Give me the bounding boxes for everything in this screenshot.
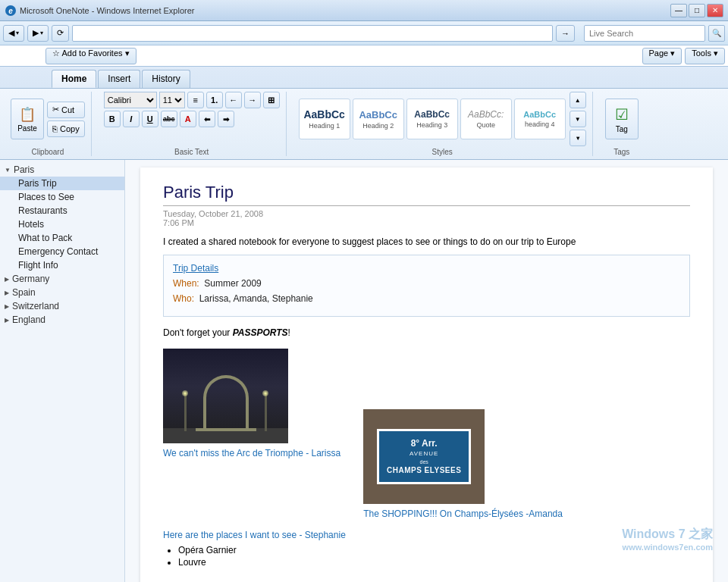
bold-button[interactable]: B [104,111,121,127]
basictext-content: Calibri 11 ≡ 1. ← → ⊞ B I U abc A [104,92,280,146]
sidebar: ▼ Paris Paris Trip Places to See Restaur… [0,160,125,582]
styles-down-button[interactable]: ▼ [570,111,586,127]
sidebar-item-germany[interactable]: ▶ Germany [0,272,124,286]
numbered-list-button[interactable]: 1. [206,92,223,108]
tag-button[interactable]: ☑ Tag [605,99,639,139]
font-selector[interactable]: Calibri [104,92,157,108]
passport-word: PASSPORTS [233,327,288,338]
italic-button[interactable]: I [123,111,140,127]
refresh-button[interactable]: ⟳ [52,25,69,42]
close-button[interactable]: ✕ [707,4,723,17]
note-title: Paris Trip [163,183,690,206]
window-controls: — □ ✕ [670,4,723,17]
sidebar-item-emergency-contact[interactable]: Emergency Contact [0,245,124,258]
sign-image: 8° Arr. AVENUE des CHAMPS ELYSEES [363,409,485,504]
sidebar-germany-label: Germany [12,274,49,284]
font-size-selector[interactable]: 11 [159,92,185,108]
paste-icon: 📋 [19,106,36,123]
align-right-button[interactable]: ➡ [218,111,234,127]
tools-button[interactable]: Tools ▾ [685,48,725,64]
ribbon: Home Insert History 📋 Paste ✂ Cut ⎘ Cop [0,67,728,160]
sidebar-restaurants-label: Restaurants [18,205,67,216]
align-left-button[interactable]: ⬅ [199,111,215,127]
cut-button[interactable]: ✂ Cut [47,102,85,118]
minimize-button[interactable]: — [670,4,687,17]
sidebar-paris-label: Paris [14,164,34,175]
refresh-icon: ⟳ [57,28,64,38]
strikethrough-button[interactable]: abc [161,111,177,127]
paste-button[interactable]: 📋 Paste [11,99,44,139]
toolbar: N ☆ Add to Favorites ▾ Page ▾ Tools ▾ [0,45,728,67]
main-layout: ▼ Paris Paris Trip Places to See Restaur… [0,160,728,582]
maximize-button[interactable]: □ [689,4,705,17]
sidebar-item-switzerland[interactable]: ▶ Switzerland [0,299,124,313]
sidebar-paris-trip-label: Paris Trip [18,178,57,189]
ribbon-group-tags: ☑ Tag Tags [599,92,645,156]
ribbon-group-basictext: Calibri 11 ≡ 1. ← → ⊞ B I U abc A [98,92,287,156]
sidebar-emergency-label: Emergency Contact [18,246,98,257]
underline-button[interactable]: U [142,111,158,127]
sidebar-item-hotels[interactable]: Hotels [0,217,124,231]
sidebar-item-paris[interactable]: ▼ Paris [0,163,124,177]
back-dropdown-icon: ▾ [16,30,19,36]
sidebar-item-england[interactable]: ▶ England [0,313,124,327]
copy-button[interactable]: ⎘ Copy [47,120,85,137]
tab-history[interactable]: History [142,70,190,88]
style-heading1[interactable]: AaBbCc Heading 1 [299,99,350,139]
sidebar-item-spain[interactable]: ▶ Spain [0,286,124,299]
go-button[interactable]: → [556,25,575,42]
sidebar-places-label: Places to See [18,192,74,202]
title-text: Microsoft OneNote - Windows Internet Exp… [20,6,194,15]
sidebar-spain-label: Spain [12,287,36,298]
tag-checkmark-icon: ☑ [615,105,629,124]
basictext-label: Basic Text [174,146,209,156]
favorites-button[interactable]: ☆ Add to Favorites ▾ [46,48,136,64]
trip-details-link[interactable]: Trip Details [173,263,218,274]
tab-insert[interactable]: Insert [98,70,140,88]
sidebar-item-restaurants[interactable]: Restaurants [0,204,124,217]
sidebar-item-what-to-pack[interactable]: What to Pack [0,231,124,245]
tab-home[interactable]: Home [52,70,96,88]
search-go-button[interactable]: 🔍 [708,25,725,42]
passport-suffix: ! [288,327,290,338]
arc-image [163,349,288,443]
note-intro: I created a shared notebook for everyone… [163,236,690,247]
indent-decrease-button[interactable]: ← [225,92,242,108]
list-item: Opéra Garnier [178,545,690,555]
styles-up-button[interactable]: ▲ [570,92,586,108]
lamp-glow-left [182,390,188,396]
style-quote[interactable]: AaBbCc: Quote [460,99,512,139]
clipboard-buttons: 📋 Paste ✂ Cut ⎘ Copy [11,92,85,146]
content-area: Paris Trip Tuesday, October 21, 2008 7:0… [125,160,728,582]
when-label: When: [173,278,199,289]
collapse-triangle-icon: ▶ [5,276,9,283]
bullet-list-button[interactable]: ≡ [187,92,204,108]
title-bar: e Microsoft OneNote - Windows Internet E… [0,0,728,21]
search-input[interactable] [584,25,705,42]
sign-champs-text: CHAMPS ELYSEES [387,465,461,476]
more-button[interactable]: ⊞ [263,92,280,108]
page-button[interactable]: Page ▾ [642,48,682,64]
places-title: Here are the places I want to see - Step… [163,530,690,540]
font-color-button[interactable]: A [180,111,196,127]
search-icon: 🔍 [712,29,721,37]
sidebar-england-label: England [12,314,46,325]
sidebar-item-places-to-see[interactable]: Places to See [0,190,124,204]
shopping-caption: The SHOPPING!!! On Champs-Élysées -Amand… [363,508,563,519]
arc-arch [203,375,249,428]
arc-image-section: We can't miss the Arc de Triomphe - Lari… [163,349,340,519]
sidebar-flightinfo-label: Flight Info [18,260,58,271]
sidebar-item-paris-trip[interactable]: Paris Trip [0,177,124,190]
indent-increase-button[interactable]: → [244,92,261,108]
address-input[interactable] [72,25,553,42]
styles-more-button[interactable]: ▾ [570,130,586,146]
back-icon: ◀ [8,28,14,38]
style-heading3[interactable]: AaBbCc Heading 3 [406,99,458,139]
style-heading4[interactable]: AaBbCc heading 4 [514,99,566,139]
trip-details-link-p: Trip Details [173,263,680,274]
who-label: Who: [173,293,194,304]
champs-sign: 8° Arr. AVENUE des CHAMPS ELYSEES [377,429,471,485]
style-heading2[interactable]: AaBbCc Heading 2 [353,99,404,139]
note-page: Paris Trip Tuesday, October 21, 2008 7:0… [140,167,713,582]
sidebar-item-flight-info[interactable]: Flight Info [0,258,124,272]
